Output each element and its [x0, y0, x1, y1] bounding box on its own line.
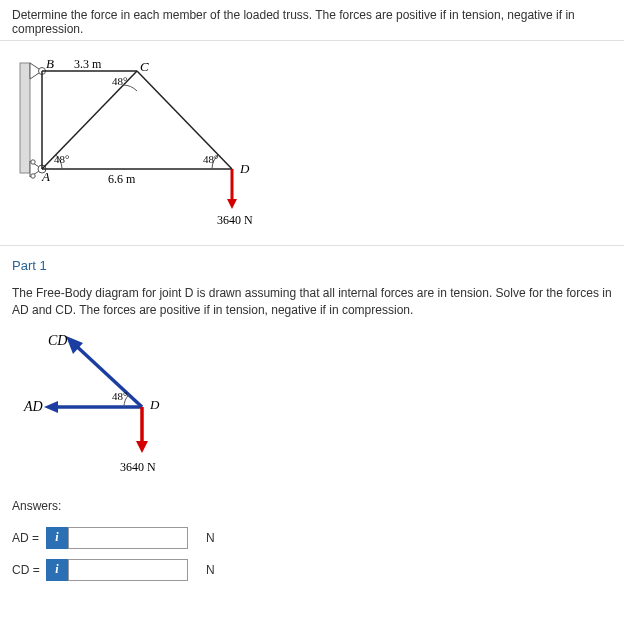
fbd-angle: 48°: [112, 390, 127, 402]
svg-line-16: [72, 342, 142, 407]
fbd-svg: CD AD 48° D 3640 N: [12, 327, 212, 487]
fbd-load: 3640 N: [120, 460, 156, 474]
answer-row-cd: CD = i N: [12, 559, 612, 581]
len-bc: 3.3 m: [74, 57, 102, 71]
unit-cd: N: [206, 563, 215, 577]
label-D: D: [239, 161, 250, 176]
label-C: C: [140, 59, 149, 74]
truss-figure: B C A D 3.3 m 6.6 m 48° 48° 48° 3640 N: [0, 41, 624, 246]
truss-svg: B C A D 3.3 m 6.6 m 48° 48° 48° 3640 N: [12, 49, 272, 229]
angle-c: 48°: [112, 75, 127, 87]
label-B: B: [46, 56, 54, 71]
unit-ad: N: [206, 531, 215, 545]
fbd-ad: AD: [23, 399, 43, 414]
angle-a: 48°: [54, 153, 69, 165]
label-A: A: [41, 169, 50, 184]
answers-title: Answers:: [12, 499, 612, 513]
part1-container: Part 1 The Free-Body diagram for joint D…: [0, 246, 624, 603]
part1-description: The Free-Body diagram for joint D is dra…: [12, 285, 612, 319]
answers-block: Answers: AD = i N CD = i N: [12, 499, 612, 581]
angle-d: 48°: [203, 153, 218, 165]
input-cd[interactable]: [68, 559, 188, 581]
part1-title: Part 1: [12, 258, 612, 273]
fbd-cd: CD: [48, 333, 67, 348]
question-text: Determine the force in each member of th…: [0, 0, 624, 41]
info-button-cd[interactable]: i: [46, 559, 68, 581]
info-button-ad[interactable]: i: [46, 527, 68, 549]
label-ad: AD =: [12, 531, 46, 545]
input-ad[interactable]: [68, 527, 188, 549]
label-cd: CD =: [12, 563, 46, 577]
answer-row-ad: AD = i N: [12, 527, 612, 549]
len-ad: 6.6 m: [108, 172, 136, 186]
svg-rect-0: [20, 63, 30, 173]
svg-marker-13: [227, 199, 237, 209]
svg-marker-15: [44, 401, 58, 413]
svg-point-5: [31, 160, 35, 164]
svg-point-6: [31, 174, 35, 178]
load-value: 3640 N: [217, 213, 253, 227]
svg-marker-19: [136, 441, 148, 453]
fbd-node: D: [149, 397, 160, 412]
